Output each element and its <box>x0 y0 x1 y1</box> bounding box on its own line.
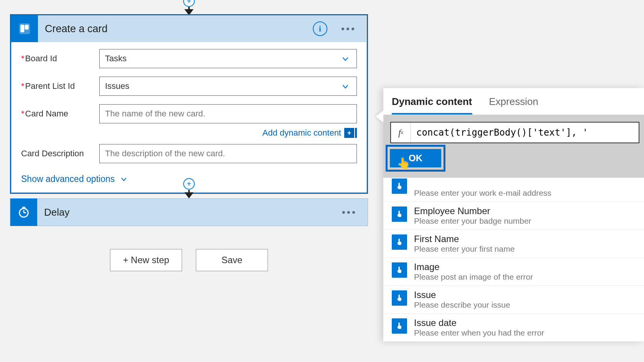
touch-icon <box>392 234 407 250</box>
dynamic-content-item[interactable]: First Name Please enter your first name <box>383 230 644 258</box>
plus-icon: + <box>187 180 191 188</box>
item-subtitle: Please post an image of the error <box>414 272 533 282</box>
item-text: Email Please enter your work e-mail addr… <box>414 178 551 198</box>
field-label: *Parent List Id <box>21 81 99 91</box>
dynamic-content-item[interactable]: Image Please post an image of the error <box>383 258 644 286</box>
expression-area: fx OK 👆 <box>383 115 644 178</box>
item-subtitle: Please enter your badge number <box>414 216 531 226</box>
dynamic-content-item[interactable]: Issue Please describe your issue <box>383 286 644 314</box>
field-label: *Card Name <box>21 109 99 119</box>
field-board-id: *Board Id Tasks <box>21 49 357 68</box>
panel-tabs: Dynamic content Expression <box>383 88 644 115</box>
add-dynamic-side-bar <box>355 128 357 138</box>
item-title: Employee Number <box>414 206 531 216</box>
required-icon: * <box>21 109 25 118</box>
expression-input-row: fx <box>390 122 639 143</box>
show-advanced-options-toggle[interactable]: Show advanced options <box>11 174 138 193</box>
ok-button-highlight: OK <box>386 145 445 172</box>
field-card-description: Card Description <box>21 144 357 163</box>
touch-icon <box>392 262 407 278</box>
touch-icon <box>392 318 407 334</box>
item-text: Issue date Please enter when you had the… <box>414 318 544 337</box>
item-subtitle: Please enter when you had the error <box>414 328 544 337</box>
step-menu-button[interactable]: ••• <box>342 206 357 218</box>
card-description-input-wrap <box>99 144 357 163</box>
tab-dynamic-content[interactable]: Dynamic content <box>392 92 472 115</box>
designer-actions: + New step Save <box>10 249 368 271</box>
create-card-step: Create a card i ••• *Board Id Tasks <box>10 14 368 194</box>
card-name-input-wrap <box>99 104 357 123</box>
clock-icon <box>10 198 37 226</box>
dynamic-content-item[interactable]: Email Please enter your work e-mail addr… <box>383 178 644 202</box>
add-step-above-button[interactable]: + <box>183 0 195 7</box>
item-title: Issue <box>414 290 510 300</box>
trello-icon <box>11 15 38 42</box>
card-name-input[interactable] <box>105 105 351 123</box>
chevron-down-icon <box>120 175 128 183</box>
board-id-select[interactable]: Tasks <box>99 49 357 68</box>
item-title: Image <box>414 262 533 272</box>
field-card-name: *Card Name <box>21 104 357 123</box>
callout-pointer-icon <box>376 110 383 123</box>
touch-icon <box>392 290 407 306</box>
dynamic-content-list: Email Please enter your work e-mail addr… <box>383 178 644 342</box>
add-step-button[interactable]: + <box>183 178 195 190</box>
select-value: Issues <box>105 81 130 91</box>
step-title: Create a card <box>38 23 313 35</box>
step-header[interactable]: Create a card i ••• <box>11 15 367 42</box>
touch-icon <box>392 206 407 222</box>
step-menu-button[interactable]: ••• <box>341 23 356 35</box>
item-subtitle: Please enter your first name <box>414 244 515 254</box>
delay-step[interactable]: Delay ••• <box>10 198 368 226</box>
required-icon: * <box>21 54 25 63</box>
chevron-down-icon <box>341 82 350 91</box>
tab-expression[interactable]: Expression <box>489 92 539 115</box>
ok-button[interactable]: OK <box>390 149 441 167</box>
svg-rect-2 <box>25 25 28 29</box>
item-text: Issue Please describe your issue <box>414 290 510 310</box>
item-title: First Name <box>414 234 515 244</box>
item-text: Employee Number Please enter your badge … <box>414 206 531 226</box>
dynamic-content-panel: Dynamic content Expression fx OK 👆 Email… <box>383 88 644 342</box>
touch-icon <box>392 179 407 194</box>
save-button[interactable]: Save <box>196 249 268 271</box>
svg-rect-1 <box>21 25 24 32</box>
item-text: First Name Please enter your first name <box>414 234 515 254</box>
item-title: Issue date <box>414 318 544 328</box>
add-dynamic-badge-icon[interactable]: + <box>344 128 354 138</box>
plus-icon: + <box>187 0 191 6</box>
dynamic-content-item[interactable]: Employee Number Please enter your badge … <box>383 202 644 230</box>
fx-icon: fx <box>391 123 411 143</box>
add-dynamic-content-row: Add dynamic content + <box>21 128 357 138</box>
item-subtitle: Please enter your work e-mail address <box>414 188 551 198</box>
chevron-down-icon <box>341 55 350 63</box>
select-value: Tasks <box>105 54 127 64</box>
required-icon: * <box>21 81 25 91</box>
dynamic-content-item[interactable]: Issue date Please enter when you had the… <box>383 314 644 342</box>
field-parent-list-id: *Parent List Id Issues <box>21 77 357 96</box>
new-step-button[interactable]: + New step <box>110 249 182 271</box>
item-subtitle: Please describe your issue <box>414 300 510 310</box>
field-label: *Board Id <box>21 54 99 64</box>
step-title: Delay <box>37 206 342 218</box>
parent-list-select[interactable]: Issues <box>99 77 357 96</box>
add-dynamic-content-link[interactable]: Add dynamic content <box>263 128 341 138</box>
item-text: Image Please post an image of the error <box>414 262 533 282</box>
expression-input[interactable] <box>411 123 639 143</box>
info-button[interactable]: i <box>313 21 327 36</box>
field-label: Card Description <box>21 149 99 159</box>
arrow-down-icon <box>184 192 194 198</box>
card-description-input[interactable] <box>105 144 351 163</box>
